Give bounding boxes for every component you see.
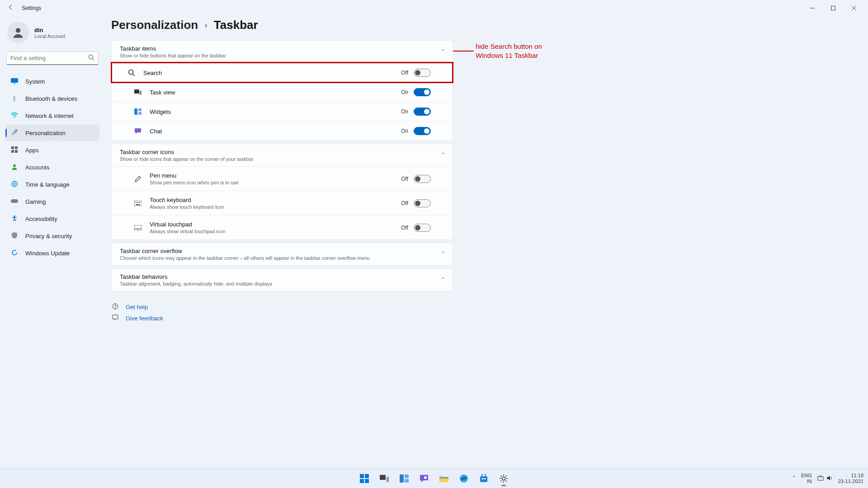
close-button[interactable] (844, 1, 864, 15)
svg-point-44 (502, 477, 505, 480)
accounts-icon (10, 164, 19, 171)
search-icon (88, 54, 94, 62)
breadcrumb-parent[interactable]: Personalization (111, 18, 198, 32)
svg-rect-20 (134, 201, 142, 206)
personalization-icon (10, 129, 19, 137)
svg-rect-41 (480, 476, 487, 482)
wifi-icon (10, 112, 19, 119)
give-feedback-link[interactable]: Give feedback (111, 313, 857, 324)
back-button[interactable] (4, 4, 18, 12)
maximize-button[interactable] (823, 1, 844, 15)
search-input-wrap[interactable] (6, 52, 99, 65)
titlebar: Settings (0, 0, 868, 16)
toggle-taskview[interactable] (414, 88, 431, 96)
tb-widgets[interactable] (396, 470, 413, 487)
feedback-icon (111, 314, 119, 322)
touchpad-icon (133, 225, 142, 230)
svg-rect-8 (11, 150, 14, 153)
tray-clock[interactable]: 11:18 23-11-2021 (838, 473, 863, 484)
svg-rect-0 (831, 6, 835, 10)
row-virtual-touchpad: Virtual touchpad Always show virtual tou… (112, 215, 453, 239)
panel-title: Taskbar corner overflow (120, 248, 442, 254)
sidebar-item-apps[interactable]: Apps (5, 142, 99, 158)
search-icon (127, 69, 136, 76)
panel-subtitle: Choose which icons may appear in the tas… (120, 255, 442, 261)
gaming-icon (10, 198, 19, 205)
tb-store[interactable] (475, 470, 492, 487)
tray-overflow-icon[interactable]: ˄ (793, 475, 796, 481)
row-taskview: Task view On (112, 82, 453, 102)
chevron-down-icon: ˅ (442, 251, 444, 258)
shield-icon (10, 232, 19, 240)
link-text: Give feedback (126, 315, 163, 322)
os-taskbar: ˄ ENG IN 11:18 23-11-2021 (0, 468, 868, 488)
get-help-link[interactable]: Get help (111, 301, 857, 313)
sidebar-item-system[interactable]: System (5, 73, 99, 89)
search-input[interactable] (10, 55, 88, 61)
sidebar-item-accounts[interactable]: Accounts (5, 159, 99, 175)
svg-rect-4 (13, 83, 16, 84)
sidebar-item-privacy[interactable]: Privacy & security (5, 228, 99, 244)
row-label: Pen menu (150, 172, 401, 179)
sidebar-item-update[interactable]: Windows Update (5, 245, 99, 261)
minimize-button[interactable] (802, 1, 823, 15)
sidebar-item-network[interactable]: Network & internet (5, 108, 99, 124)
tray-lang[interactable]: ENG IN (801, 473, 812, 484)
tb-explorer[interactable] (435, 470, 453, 487)
panel-corner-overflow[interactable]: Taskbar corner overflow Choose which ico… (111, 243, 453, 266)
row-label: Search (143, 70, 401, 76)
tray-volume-icon[interactable] (826, 475, 833, 482)
tb-chat[interactable] (415, 470, 433, 487)
sidebar-item-accessibility[interactable]: Accessibility (5, 211, 99, 227)
panel-header-taskbar-items[interactable]: Taskbar items Show or hide buttons that … (112, 41, 453, 63)
svg-rect-36 (405, 474, 409, 478)
chevron-down-icon: ˅ (442, 277, 444, 283)
sidebar-item-gaming[interactable]: Gaming (5, 193, 99, 210)
user-panel[interactable]: din Local Account (5, 20, 99, 49)
toggle-touch-keyboard[interactable] (414, 199, 431, 207)
system-icon (10, 78, 19, 85)
svg-rect-35 (400, 474, 404, 483)
keyboard-icon (133, 201, 142, 206)
toggle-pen-menu[interactable] (414, 175, 431, 183)
svg-rect-15 (134, 89, 139, 94)
panel-title: Taskbar behaviors (120, 273, 442, 280)
page-title: Taskbar (214, 18, 258, 32)
chevron-up-icon: ˄ (442, 152, 444, 159)
sidebar-item-time[interactable]: Time & language (5, 176, 99, 192)
apps-icon (10, 146, 19, 154)
sidebar-item-personalization[interactable]: Personalization (5, 125, 99, 141)
tb-edge[interactable] (455, 470, 472, 487)
tb-taskview[interactable] (376, 470, 393, 487)
panel-header-corner-icons[interactable]: Taskbar corner icons Show or hide icons … (112, 144, 453, 166)
help-links: Get help Give feedback (111, 301, 857, 324)
svg-rect-24 (136, 204, 140, 205)
svg-point-13 (14, 215, 15, 217)
panel-subtitle: Taskbar alignment, badging, automaticall… (120, 281, 442, 286)
toggle-chat[interactable] (414, 127, 431, 135)
panel-title: Taskbar corner icons (120, 149, 442, 155)
svg-rect-39 (439, 477, 448, 479)
row-search: Search Off (112, 63, 453, 82)
toggle-search[interactable] (414, 69, 431, 77)
svg-rect-17 (134, 108, 137, 115)
toggle-state: On (401, 108, 408, 115)
row-label: Chat (150, 128, 401, 135)
user-name: din (34, 27, 66, 33)
globe-icon (10, 181, 19, 188)
svg-rect-21 (136, 202, 137, 203)
row-touch-keyboard: Touch keyboard Always show touch keyboar… (112, 191, 453, 215)
system-tray[interactable]: ˄ ENG IN 11:18 23-11-2021 (793, 473, 863, 484)
nav-list: System ᛒBluetooth & devices Network & in… (5, 73, 99, 261)
svg-rect-18 (138, 108, 142, 111)
nav-label: Privacy & security (25, 233, 72, 239)
tray-network-icon[interactable] (817, 475, 824, 482)
toggle-widgets[interactable] (414, 108, 431, 116)
sidebar: din Local Account System ᛒBluetooth & de… (0, 16, 105, 265)
svg-rect-22 (137, 202, 138, 203)
panel-behaviors[interactable]: Taskbar behaviors Taskbar alignment, bad… (111, 268, 453, 291)
toggle-virtual-touchpad[interactable] (414, 224, 431, 232)
sidebar-item-bluetooth[interactable]: ᛒBluetooth & devices (5, 90, 99, 107)
tb-start[interactable] (356, 470, 373, 487)
tb-settings[interactable] (495, 470, 512, 487)
